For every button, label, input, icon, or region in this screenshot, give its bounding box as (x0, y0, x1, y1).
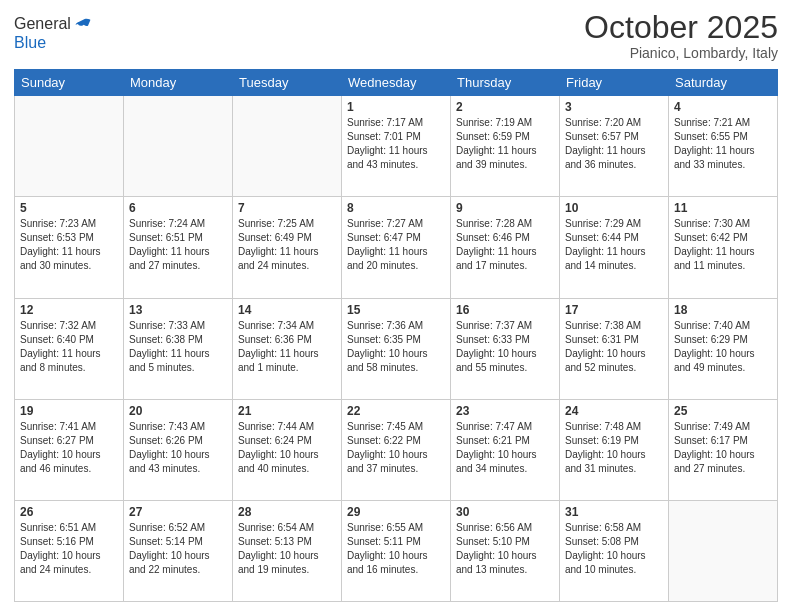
day-info: Sunrise: 6:58 AM Sunset: 5:08 PM Dayligh… (565, 521, 663, 577)
day-info: Sunrise: 7:21 AM Sunset: 6:55 PM Dayligh… (674, 116, 772, 172)
day-number: 13 (129, 303, 227, 317)
calendar-cell: 7Sunrise: 7:25 AM Sunset: 6:49 PM Daylig… (233, 197, 342, 298)
day-info: Sunrise: 7:17 AM Sunset: 7:01 PM Dayligh… (347, 116, 445, 172)
header: General Blue October 2025 Pianico, Lomba… (14, 10, 778, 61)
day-info: Sunrise: 6:54 AM Sunset: 5:13 PM Dayligh… (238, 521, 336, 577)
calendar-cell: 13Sunrise: 7:33 AM Sunset: 6:38 PM Dayli… (124, 298, 233, 399)
calendar-cell: 23Sunrise: 7:47 AM Sunset: 6:21 PM Dayli… (451, 399, 560, 500)
day-info: Sunrise: 7:20 AM Sunset: 6:57 PM Dayligh… (565, 116, 663, 172)
day-info: Sunrise: 7:47 AM Sunset: 6:21 PM Dayligh… (456, 420, 554, 476)
day-info: Sunrise: 7:27 AM Sunset: 6:47 PM Dayligh… (347, 217, 445, 273)
calendar-cell: 21Sunrise: 7:44 AM Sunset: 6:24 PM Dayli… (233, 399, 342, 500)
day-info: Sunrise: 7:37 AM Sunset: 6:33 PM Dayligh… (456, 319, 554, 375)
week-row-1: 1Sunrise: 7:17 AM Sunset: 7:01 PM Daylig… (15, 96, 778, 197)
day-info: Sunrise: 7:38 AM Sunset: 6:31 PM Dayligh… (565, 319, 663, 375)
day-number: 8 (347, 201, 445, 215)
day-number: 21 (238, 404, 336, 418)
day-number: 28 (238, 505, 336, 519)
week-row-3: 12Sunrise: 7:32 AM Sunset: 6:40 PM Dayli… (15, 298, 778, 399)
day-number: 11 (674, 201, 772, 215)
day-info: Sunrise: 6:56 AM Sunset: 5:10 PM Dayligh… (456, 521, 554, 577)
calendar-cell (233, 96, 342, 197)
day-info: Sunrise: 7:48 AM Sunset: 6:19 PM Dayligh… (565, 420, 663, 476)
calendar-cell: 5Sunrise: 7:23 AM Sunset: 6:53 PM Daylig… (15, 197, 124, 298)
title-block: October 2025 Pianico, Lombardy, Italy (584, 10, 778, 61)
day-number: 20 (129, 404, 227, 418)
calendar-cell: 6Sunrise: 7:24 AM Sunset: 6:51 PM Daylig… (124, 197, 233, 298)
calendar-cell: 12Sunrise: 7:32 AM Sunset: 6:40 PM Dayli… (15, 298, 124, 399)
day-number: 5 (20, 201, 118, 215)
day-number: 27 (129, 505, 227, 519)
logo-blue-text: Blue (14, 34, 93, 52)
day-number: 22 (347, 404, 445, 418)
header-sunday: Sunday (15, 70, 124, 96)
logo-general-text: General (14, 15, 71, 33)
header-tuesday: Tuesday (233, 70, 342, 96)
day-number: 9 (456, 201, 554, 215)
day-info: Sunrise: 7:34 AM Sunset: 6:36 PM Dayligh… (238, 319, 336, 375)
month-title: October 2025 (584, 10, 778, 45)
day-number: 29 (347, 505, 445, 519)
logo: General Blue (14, 14, 93, 52)
day-info: Sunrise: 7:44 AM Sunset: 6:24 PM Dayligh… (238, 420, 336, 476)
location-text: Pianico, Lombardy, Italy (584, 45, 778, 61)
day-number: 4 (674, 100, 772, 114)
day-number: 25 (674, 404, 772, 418)
calendar-cell: 16Sunrise: 7:37 AM Sunset: 6:33 PM Dayli… (451, 298, 560, 399)
calendar-cell: 2Sunrise: 7:19 AM Sunset: 6:59 PM Daylig… (451, 96, 560, 197)
day-info: Sunrise: 7:24 AM Sunset: 6:51 PM Dayligh… (129, 217, 227, 273)
day-info: Sunrise: 7:49 AM Sunset: 6:17 PM Dayligh… (674, 420, 772, 476)
day-number: 18 (674, 303, 772, 317)
day-number: 23 (456, 404, 554, 418)
calendar-cell: 29Sunrise: 6:55 AM Sunset: 5:11 PM Dayli… (342, 500, 451, 601)
day-info: Sunrise: 7:32 AM Sunset: 6:40 PM Dayligh… (20, 319, 118, 375)
calendar-cell: 3Sunrise: 7:20 AM Sunset: 6:57 PM Daylig… (560, 96, 669, 197)
day-info: Sunrise: 7:41 AM Sunset: 6:27 PM Dayligh… (20, 420, 118, 476)
calendar-cell: 8Sunrise: 7:27 AM Sunset: 6:47 PM Daylig… (342, 197, 451, 298)
logo-bird-icon (73, 14, 93, 34)
day-info: Sunrise: 7:29 AM Sunset: 6:44 PM Dayligh… (565, 217, 663, 273)
weekday-header-row: Sunday Monday Tuesday Wednesday Thursday… (15, 70, 778, 96)
calendar-cell: 11Sunrise: 7:30 AM Sunset: 6:42 PM Dayli… (669, 197, 778, 298)
day-info: Sunrise: 7:28 AM Sunset: 6:46 PM Dayligh… (456, 217, 554, 273)
calendar-table: Sunday Monday Tuesday Wednesday Thursday… (14, 69, 778, 602)
day-info: Sunrise: 7:40 AM Sunset: 6:29 PM Dayligh… (674, 319, 772, 375)
day-info: Sunrise: 6:55 AM Sunset: 5:11 PM Dayligh… (347, 521, 445, 577)
calendar-cell: 19Sunrise: 7:41 AM Sunset: 6:27 PM Dayli… (15, 399, 124, 500)
page: General Blue October 2025 Pianico, Lomba… (0, 0, 792, 612)
week-row-5: 26Sunrise: 6:51 AM Sunset: 5:16 PM Dayli… (15, 500, 778, 601)
day-info: Sunrise: 7:43 AM Sunset: 6:26 PM Dayligh… (129, 420, 227, 476)
day-number: 30 (456, 505, 554, 519)
day-info: Sunrise: 7:19 AM Sunset: 6:59 PM Dayligh… (456, 116, 554, 172)
day-number: 31 (565, 505, 663, 519)
calendar-cell: 10Sunrise: 7:29 AM Sunset: 6:44 PM Dayli… (560, 197, 669, 298)
day-number: 6 (129, 201, 227, 215)
calendar-cell: 22Sunrise: 7:45 AM Sunset: 6:22 PM Dayli… (342, 399, 451, 500)
calendar-cell: 28Sunrise: 6:54 AM Sunset: 5:13 PM Dayli… (233, 500, 342, 601)
header-thursday: Thursday (451, 70, 560, 96)
calendar-cell: 18Sunrise: 7:40 AM Sunset: 6:29 PM Dayli… (669, 298, 778, 399)
day-number: 24 (565, 404, 663, 418)
calendar-cell: 4Sunrise: 7:21 AM Sunset: 6:55 PM Daylig… (669, 96, 778, 197)
calendar-cell: 17Sunrise: 7:38 AM Sunset: 6:31 PM Dayli… (560, 298, 669, 399)
calendar-cell: 1Sunrise: 7:17 AM Sunset: 7:01 PM Daylig… (342, 96, 451, 197)
calendar-cell: 9Sunrise: 7:28 AM Sunset: 6:46 PM Daylig… (451, 197, 560, 298)
day-info: Sunrise: 7:23 AM Sunset: 6:53 PM Dayligh… (20, 217, 118, 273)
day-info: Sunrise: 7:25 AM Sunset: 6:49 PM Dayligh… (238, 217, 336, 273)
day-number: 12 (20, 303, 118, 317)
calendar-cell: 30Sunrise: 6:56 AM Sunset: 5:10 PM Dayli… (451, 500, 560, 601)
day-number: 1 (347, 100, 445, 114)
day-number: 14 (238, 303, 336, 317)
header-friday: Friday (560, 70, 669, 96)
day-info: Sunrise: 7:30 AM Sunset: 6:42 PM Dayligh… (674, 217, 772, 273)
day-number: 15 (347, 303, 445, 317)
calendar-cell: 14Sunrise: 7:34 AM Sunset: 6:36 PM Dayli… (233, 298, 342, 399)
calendar-cell (669, 500, 778, 601)
calendar-cell: 27Sunrise: 6:52 AM Sunset: 5:14 PM Dayli… (124, 500, 233, 601)
day-number: 3 (565, 100, 663, 114)
calendar-cell: 26Sunrise: 6:51 AM Sunset: 5:16 PM Dayli… (15, 500, 124, 601)
day-number: 16 (456, 303, 554, 317)
day-info: Sunrise: 7:36 AM Sunset: 6:35 PM Dayligh… (347, 319, 445, 375)
day-info: Sunrise: 7:33 AM Sunset: 6:38 PM Dayligh… (129, 319, 227, 375)
calendar-cell: 20Sunrise: 7:43 AM Sunset: 6:26 PM Dayli… (124, 399, 233, 500)
